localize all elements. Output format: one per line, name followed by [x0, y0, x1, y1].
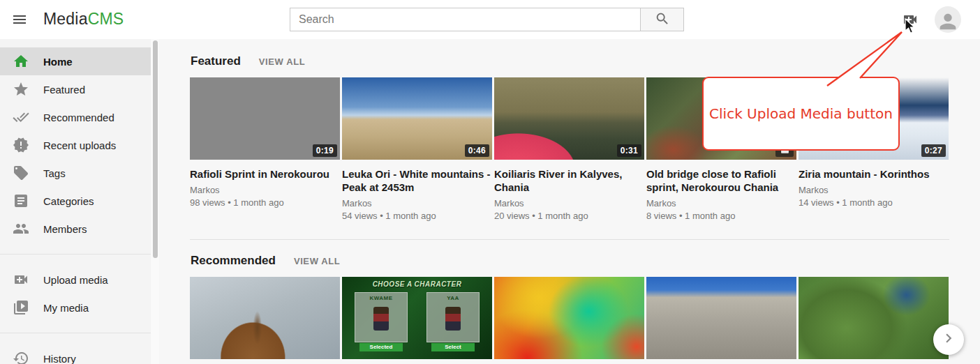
video-card: 0:31 Koiliaris River in Kalyves, Chania … — [494, 77, 644, 221]
sidebar-item-categories[interactable]: Categories — [0, 187, 151, 215]
video-author: Markos — [799, 185, 949, 195]
menu-icon[interactable] — [10, 10, 29, 29]
sidebar-label: Home — [43, 56, 73, 68]
character-name: YAA — [427, 293, 479, 301]
video-title[interactable]: Leuka Ori - White mountains - Peak at 24… — [342, 167, 492, 194]
annotation-text: Click Upload Media button — [709, 105, 893, 122]
video-card — [494, 277, 644, 359]
user-avatar[interactable] — [935, 6, 961, 33]
duration-badge: 0:27 — [921, 144, 946, 157]
tag-icon — [13, 165, 29, 181]
video-meta: 98 views • 1 month ago — [190, 197, 340, 208]
video-card: CHOOSE A CHARACTER KWAME Selected YAA Se… — [342, 277, 492, 359]
video-title[interactable]: Old bridge close to Rafioli sprint, Nero… — [646, 167, 796, 194]
video-thumbnail[interactable]: 0:31 — [494, 77, 644, 160]
video-card — [190, 277, 340, 359]
members-icon — [13, 220, 29, 237]
video-thumbnail[interactable]: 0:19 — [190, 77, 340, 160]
chevron-right-icon — [940, 329, 958, 350]
search-bar — [290, 8, 684, 31]
video-card: 0:46 Leuka Ori - White mountains - Peak … — [342, 77, 492, 221]
section-title: Featured — [191, 54, 241, 68]
sidebar-label: Recommended — [43, 112, 114, 123]
sidebar-label: Recent uploads — [43, 139, 116, 151]
select-button-label: Selected — [359, 343, 403, 351]
featured-section-header: Featured VIEW ALL — [159, 39, 980, 68]
scrollbar-thumb[interactable] — [153, 40, 158, 258]
select-button-label: Select — [431, 343, 475, 351]
app-logo[interactable]: MediaCMS — [43, 10, 124, 29]
sidebar-label: Members — [43, 223, 87, 235]
video-thumbnail[interactable] — [646, 277, 796, 359]
sidebar-divider — [0, 333, 151, 333]
video-thumbnail[interactable] — [799, 277, 949, 359]
categories-icon — [13, 192, 29, 209]
video-title[interactable]: Rafioli Sprint in Nerokourou — [190, 167, 340, 181]
character-sprite — [373, 307, 389, 331]
video-card: 0:19 Rafioli Sprint in Nerokourou Markos… — [190, 77, 340, 221]
star-icon — [13, 81, 29, 98]
video-author: Markos — [190, 185, 340, 195]
video-meta: 20 views • 1 month ago — [494, 211, 644, 221]
recommended-row: CHOOSE A CHARACTER KWAME Selected YAA Se… — [159, 277, 980, 359]
featured-view-all-link[interactable]: VIEW ALL — [259, 56, 305, 67]
character-sprite — [445, 307, 461, 331]
sidebar-item-recent-uploads[interactable]: Recent uploads — [0, 131, 151, 159]
section-title: Recommended — [191, 254, 276, 268]
sidebar-item-home[interactable]: Home — [0, 47, 151, 75]
annotation-tooltip: Click Upload Media button — [702, 77, 900, 151]
duration-badge: 0:46 — [465, 144, 489, 157]
recommended-view-all-link[interactable]: VIEW ALL — [294, 256, 340, 266]
section-divider — [190, 239, 949, 240]
video-call-icon — [13, 271, 29, 288]
video-author: Markos — [494, 198, 644, 208]
search-button[interactable] — [640, 8, 684, 31]
sidebar-item-recommended[interactable]: Recommended — [0, 103, 151, 131]
video-title[interactable]: Koiliaris River in Kalyves, Chania — [494, 167, 644, 194]
sidebar-item-my-media[interactable]: My media — [0, 294, 151, 321]
search-input[interactable] — [290, 8, 640, 31]
sidebar-label: History — [43, 353, 76, 364]
thumbnail-text: CHOOSE A CHARACTER — [342, 280, 492, 288]
mouse-cursor — [905, 18, 916, 35]
character-name: KWAME — [355, 293, 407, 301]
recommended-section-header: Recommended VIEW ALL — [159, 254, 980, 268]
video-thumbnail[interactable]: CHOOSE A CHARACTER KWAME Selected YAA Se… — [342, 277, 492, 359]
sidebar-scrollbar[interactable] — [151, 39, 159, 364]
logo-cms-text: CMS — [88, 10, 124, 28]
carousel-next-button[interactable] — [933, 324, 964, 355]
video-thumbnail[interactable] — [494, 277, 644, 359]
video-meta: 8 views • 1 month ago — [646, 211, 796, 221]
double-check-icon — [13, 109, 29, 126]
video-author: Markos — [342, 198, 492, 208]
sidebar-item-members[interactable]: Members — [0, 215, 151, 243]
sidebar: Home Featured Recommended Recent uploads… — [0, 39, 151, 364]
new-releases-icon — [13, 137, 29, 153]
sidebar-item-upload-media[interactable]: Upload media — [0, 266, 151, 294]
video-card — [646, 277, 796, 359]
top-bar: MediaCMS — [0, 0, 980, 39]
video-meta: 14 views • 1 month ago — [799, 197, 949, 208]
duration-badge: 0:31 — [617, 144, 641, 157]
sidebar-label: Categories — [43, 195, 94, 207]
sidebar-label: My media — [43, 302, 89, 314]
sidebar-item-featured[interactable]: Featured — [0, 75, 151, 103]
sidebar-label: Tags — [43, 167, 66, 179]
character-panel: YAA Select — [426, 292, 480, 342]
logo-media-text: Media — [43, 10, 88, 28]
duration-badge: 0:19 — [313, 144, 337, 157]
video-author: Markos — [646, 198, 796, 208]
video-thumbnail[interactable] — [190, 277, 340, 359]
character-panel: KWAME Selected — [355, 292, 408, 342]
video-title[interactable]: Ziria mountain - Korinthos — [799, 167, 949, 181]
sidebar-label: Featured — [43, 84, 85, 96]
history-icon — [13, 350, 29, 364]
video-meta: 54 views • 1 month ago — [342, 211, 492, 221]
sidebar-item-history[interactable]: History — [0, 344, 151, 364]
video-library-icon — [13, 299, 29, 316]
video-thumbnail[interactable]: 0:46 — [342, 77, 492, 160]
sidebar-item-tags[interactable]: Tags — [0, 159, 151, 187]
home-icon — [13, 53, 29, 70]
sidebar-label: Upload media — [43, 274, 108, 286]
sidebar-divider — [0, 254, 151, 255]
